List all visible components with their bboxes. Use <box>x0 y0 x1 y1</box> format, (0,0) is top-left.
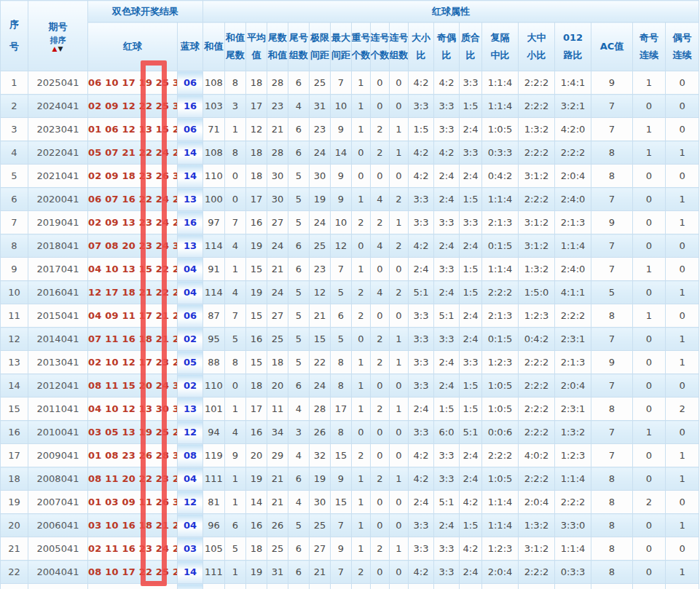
col-header-tail-sum: 尾数和值 <box>267 23 288 71</box>
attr-cell-big-mid-small-ratio: 2:0:4 <box>519 491 555 514</box>
attr-cell-ac-value: 9 <box>591 351 633 374</box>
attr-cell-consecutive-groups: 2 <box>390 234 409 258</box>
attr-cell-average: 19 <box>246 281 267 304</box>
attr-cell-tail-groups: 6 <box>288 141 310 165</box>
attr-cell-repeat-count: 1 <box>352 537 371 561</box>
attr-cell-road-012-ratio: 2:2:2 <box>555 491 591 514</box>
table-row: 5202104102 09 18 23 26 32141100183053090… <box>1 165 699 188</box>
attr-cell-odd-even-ratio: 1:5 <box>434 398 460 421</box>
attr-cell-sum-tail: 4 <box>225 281 246 304</box>
blue-ball-cell: 02 <box>178 374 203 398</box>
attr-cell-odd-consecutive: 0 <box>633 561 666 584</box>
seq-cell: 23 <box>1 584 28 589</box>
attr-cell-repeat-count: 0 <box>352 328 371 351</box>
attr-cell-consecutive-count: 0 <box>371 444 390 467</box>
attr-cell-sum: 71 <box>203 118 225 141</box>
attr-cell-consecutive-groups: 1 <box>390 398 409 421</box>
attr-cell-big-small-ratio: 3:3 <box>409 374 434 398</box>
attr-cell-sum: 119 <box>203 444 225 467</box>
attr-cell-fu-ge-zhong-ratio: 2:0:4 <box>482 561 519 584</box>
table-row: 9201704104 10 13 15 22 27049111521623710… <box>1 258 699 281</box>
attr-cell-big-small-ratio: 4:2 <box>409 467 434 491</box>
attr-cell-tail-sum: 21 <box>267 118 288 141</box>
attr-cell-consecutive-count: 6 <box>371 584 390 589</box>
table-row: 11201504104 09 11 17 21 2506877152752162… <box>1 304 699 328</box>
attr-cell-prime-composite-ratio: 3:3 <box>460 351 482 374</box>
seq-cell: 19 <box>1 491 28 514</box>
attr-cell-ac-value: 7 <box>591 328 633 351</box>
period-cell: 2022041 <box>28 141 88 165</box>
attr-cell-big-mid-small-ratio: 3:1:2 <box>519 537 555 561</box>
attr-cell-consecutive-count: 2 <box>371 141 390 165</box>
attr-cell-prime-composite-ratio: 2:4 <box>460 234 482 258</box>
attr-cell-max-gap: 9 <box>331 467 352 491</box>
attr-cell-big-mid-small-ratio: 1:3:2 <box>519 118 555 141</box>
red-balls-cell: 07 08 20 23 24 32 <box>88 234 178 258</box>
attr-cell-repeat-count: 0 <box>352 421 371 444</box>
attr-cell-limit-span: 25 <box>310 71 331 95</box>
col-header-repeat-count: 重号个数 <box>352 23 371 71</box>
seq-cell: 6 <box>1 188 28 211</box>
seq-header-line2: 号 <box>9 36 19 58</box>
attr-cell-even-consecutive: 0 <box>666 234 699 258</box>
sort-asc-icon[interactable]: ▲ <box>52 45 58 52</box>
attr-cell-big-mid-small-ratio: 1:2:3 <box>519 304 555 328</box>
attr-cell-tail-sum: 20 <box>267 374 288 398</box>
seq-cell: 7 <box>1 211 28 234</box>
attr-cell-tail-groups: 5 <box>288 211 310 234</box>
attr-cell-even-consecutive: 1 <box>666 444 699 467</box>
attr-cell-fu-ge-zhong-ratio: 1:0:5 <box>482 374 519 398</box>
attr-cell-big-small-ratio: 1:5 <box>409 118 434 141</box>
attr-cell-ac-value: 8 <box>591 514 633 537</box>
attr-cell-tail-groups: 5 <box>288 281 310 304</box>
attr-cell-average: 12 <box>246 118 267 141</box>
attr-cell-sum: 108 <box>203 71 225 95</box>
attr-cell-prime-composite-ratio: 3:3 <box>460 211 482 234</box>
attr-cell-limit-span: 30 <box>310 491 331 514</box>
attr-cell-average: 16 <box>246 211 267 234</box>
attr-cell-consecutive-groups: 1 <box>390 328 409 351</box>
attr-cell-odd-consecutive: 0 <box>633 95 666 118</box>
attr-cell-tail-groups: 4 <box>288 398 310 421</box>
attr-cell-limit-span: 22 <box>310 351 331 374</box>
attr-cell-repeat-count: 1 <box>352 118 371 141</box>
attr-cell-odd-consecutive: 1 <box>633 421 666 444</box>
attr-cell-big-small-ratio: 3:3 <box>409 514 434 537</box>
attr-cell-sum: 110 <box>203 165 225 188</box>
attr-cell-consecutive-count: 0 <box>371 258 390 281</box>
attr-cell-repeat-count: 1 <box>352 71 371 95</box>
attr-cell-odd-even-ratio: 3:3 <box>434 444 460 467</box>
seq-cell: 3 <box>1 118 28 141</box>
attr-cell-repeat-count: 1 <box>352 491 371 514</box>
attr-cell-limit-span: 19 <box>310 188 331 211</box>
attr-cell-ac-value: 7 <box>591 118 633 141</box>
attr-cell-even-consecutive: 0 <box>666 258 699 281</box>
attr-cell-tail-sum: 26 <box>267 514 288 537</box>
red-balls-cell: 02 09 18 23 26 32 <box>88 165 178 188</box>
blue-ball-cell: 13 <box>178 188 203 211</box>
attr-cell-sum-tail: 4 <box>225 234 246 258</box>
table-row: 4202204105 07 21 22 24 29141088182862414… <box>1 141 699 165</box>
attr-cell-odd-consecutive: 0 <box>633 398 666 421</box>
attr-cell-big-mid-small-ratio: 2:2:2 <box>519 467 555 491</box>
blue-ball-cell: 03 <box>178 537 203 561</box>
table-row: 12201404107 11 16 18 21 2202955162551550… <box>1 328 699 351</box>
attr-cell-limit-span: 30 <box>310 165 331 188</box>
sort-desc-icon[interactable]: ▼ <box>58 45 64 52</box>
attr-cell-even-consecutive: 0 <box>666 537 699 561</box>
sort-control[interactable]: ▲▼ <box>52 45 64 53</box>
attr-cell-big-mid-small-ratio: 2:2:2 <box>519 141 555 165</box>
blue-ball-cell: 06 <box>178 71 203 95</box>
attr-cell-tail-groups: 6 <box>288 561 310 584</box>
attr-cell-odd-even-ratio: 3:3 <box>434 328 460 351</box>
attr-cell-big-mid-small-ratio: 2:2:2 <box>519 421 555 444</box>
attr-cell-road-012-ratio: 2:3:1 <box>555 398 591 421</box>
col-header-period[interactable]: 期号 排序 ▲▼ <box>28 1 88 71</box>
attr-cell-road-012-ratio: 2:1:3 <box>555 211 591 234</box>
attr-cell-consecutive-count: 2 <box>371 398 390 421</box>
attr-cell-tail-groups: 6 <box>288 537 310 561</box>
attr-cell-limit-span: 23 <box>310 118 331 141</box>
attr-cell-ac-value: 7 <box>591 258 633 281</box>
attr-cell-big-mid-small-ratio: 2:2:2 <box>519 398 555 421</box>
period-cell: 2003041 <box>28 584 88 589</box>
